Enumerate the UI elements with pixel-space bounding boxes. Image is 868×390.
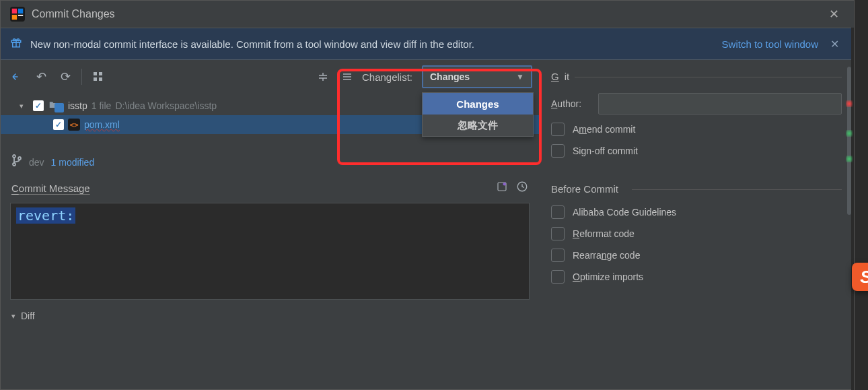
intellij-icon	[10, 7, 25, 22]
svg-rect-8	[99, 72, 102, 75]
optimize-label: Optimize imports	[573, 271, 643, 282]
tip-banner: New non-modal commit interface is availa…	[1, 28, 854, 60]
checkbox-project[interactable]: ✓	[33, 100, 44, 111]
checkbox-optimize[interactable]	[551, 270, 565, 284]
gift-icon	[10, 36, 22, 52]
svg-rect-4	[18, 15, 23, 16]
expand-all-icon[interactable]	[314, 67, 332, 86]
amend-commit-option[interactable]: Amend commit	[551, 123, 842, 136]
commit-msg-settings-icon[interactable]	[496, 181, 508, 196]
author-label: Author:	[551, 98, 591, 109]
project-path: D:\idea Workspace\isstp	[115, 100, 217, 111]
editor-gutter-strip	[851, 28, 854, 390]
dropdown-item-changes[interactable]: Changes	[423, 93, 533, 115]
tip-text: New non-modal commit interface is availa…	[30, 38, 722, 50]
changelist-label: Changelist:	[362, 71, 412, 83]
checkbox-alibaba[interactable]	[551, 205, 565, 219]
refresh-icon[interactable]: ⟳	[56, 67, 75, 86]
commit-message-header: Commit Message	[1, 174, 539, 200]
left-pane: ↶ ⟳	[1, 60, 539, 390]
collapse-all-icon[interactable]	[338, 67, 357, 86]
file-count: 1 file	[92, 100, 112, 111]
gutter-mark-ok-1	[846, 130, 853, 137]
changelist-combo[interactable]: Changes ▼ Changes 忽略文件	[422, 65, 532, 88]
branch-icon	[11, 154, 22, 170]
reformat-option[interactable]: Reformat code	[551, 227, 842, 240]
author-input[interactable]	[598, 93, 842, 115]
dialog-title: Commit Changes	[32, 8, 824, 20]
diff-section-header[interactable]: ▾ Diff	[1, 306, 539, 325]
commit-msg-history-icon[interactable]	[516, 181, 528, 196]
reformat-label: Reformat code	[573, 228, 635, 239]
svg-point-11	[13, 155, 15, 158]
amend-label: Amend commit	[573, 124, 635, 135]
diff-expand-icon[interactable]: ▾	[11, 312, 15, 321]
project-name: isstp	[68, 100, 87, 111]
right-pane: Git Author: Amend commit Sign-off commit…	[539, 60, 854, 390]
expand-icon[interactable]: ▾	[20, 102, 29, 110]
rearrange-option[interactable]: Rearrange code	[551, 249, 842, 262]
project-folder-icon	[48, 100, 64, 112]
svg-point-13	[18, 157, 21, 160]
optimize-option[interactable]: Optimize imports	[551, 270, 842, 284]
file-name: pom.xml	[84, 119, 120, 130]
commit-message-text: revert:	[16, 207, 75, 224]
svg-point-15	[503, 183, 507, 186]
gutter-mark-error	[846, 100, 853, 107]
svg-rect-1	[12, 9, 17, 13]
sogou-ime-badge[interactable]: S	[852, 263, 868, 291]
signoff-label: Sign-off commit	[573, 145, 638, 156]
commit-message-input[interactable]: revert:	[10, 203, 530, 300]
checkbox-rearrange[interactable]	[551, 249, 565, 262]
author-row: Author:	[551, 93, 842, 115]
svg-rect-7	[94, 72, 97, 75]
git-section-title: Git	[551, 71, 842, 82]
changelist-dropdown: Changes 忽略文件	[422, 92, 534, 137]
commit-dialog: Commit Changes ✕ New non-modal commit in…	[0, 0, 855, 390]
rearrange-label: Rearrange code	[573, 250, 640, 261]
titlebar: Commit Changes ✕	[1, 1, 854, 28]
undo-icon[interactable]: ↶	[32, 67, 50, 86]
checkbox-signoff[interactable]	[551, 144, 565, 158]
close-button[interactable]: ✕	[824, 4, 844, 24]
modified-link[interactable]: 1 modified	[51, 157, 95, 168]
checkbox-amend[interactable]	[551, 123, 565, 136]
tip-close-button[interactable]: ✕	[825, 35, 844, 53]
group-by-icon[interactable]	[89, 67, 108, 86]
branch-status-row: dev 1 modified	[1, 149, 539, 174]
alibaba-option[interactable]: Alibaba Code Guidelines	[551, 205, 842, 219]
chevron-down-icon: ▼	[516, 72, 524, 82]
svg-point-12	[13, 163, 15, 166]
dropdown-item-ignore[interactable]: 忽略文件	[423, 115, 533, 136]
before-commit-section-title: Before Commit	[551, 183, 842, 195]
signoff-commit-option[interactable]: Sign-off commit	[551, 144, 842, 158]
svg-rect-2	[18, 9, 23, 13]
tip-switch-link[interactable]: Switch to tool window	[722, 38, 818, 50]
commit-message-label: Commit Message	[11, 183, 90, 194]
changes-toolbar: ↶ ⟳	[1, 60, 539, 94]
checkbox-file[interactable]: ✓	[53, 119, 64, 130]
diff-label: Diff	[21, 311, 35, 321]
changelist-selected: Changes	[430, 71, 470, 82]
svg-rect-10	[99, 77, 102, 81]
branch-name: dev	[29, 157, 44, 168]
svg-rect-9	[94, 77, 97, 81]
alibaba-label: Alibaba Code Guidelines	[573, 207, 676, 218]
xml-file-icon: <>	[68, 119, 80, 131]
svg-rect-3	[12, 15, 17, 20]
gutter-mark-ok-2	[846, 156, 853, 162]
rollback-icon[interactable]	[7, 67, 26, 86]
checkbox-reformat[interactable]	[551, 227, 565, 240]
